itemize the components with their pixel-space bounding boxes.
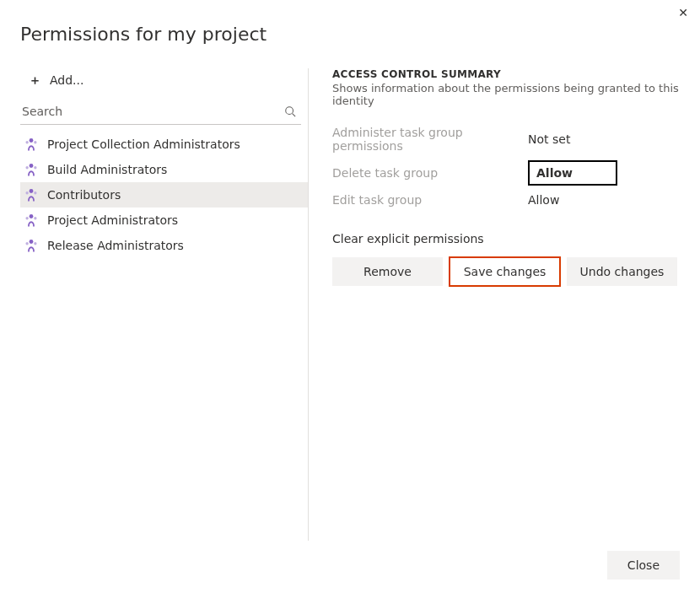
svg-point-14	[30, 240, 34, 244]
svg-point-16	[34, 242, 36, 245]
permission-value[interactable]: Not set	[528, 132, 570, 146]
svg-point-3	[25, 141, 28, 143]
identity-label: Project Collection Administrators	[47, 137, 240, 151]
identity-list: Project Collection Administrators Build …	[20, 132, 308, 258]
save-changes-button[interactable]: Save changes	[450, 257, 560, 286]
summary-panel: ACCESS CONTROL SUMMARY Shows information…	[309, 68, 700, 541]
permission-value[interactable]: Allow	[528, 193, 559, 207]
permission-row: Administer task group permissions Not se…	[332, 126, 680, 153]
svg-point-10	[34, 191, 36, 194]
svg-point-0	[286, 107, 293, 115]
permission-label: Edit task group	[332, 193, 528, 207]
group-icon	[24, 137, 39, 152]
svg-point-6	[25, 166, 28, 169]
dialog-footer: Close	[607, 551, 680, 580]
identity-item-project-collection-administrators[interactable]: Project Collection Administrators	[20, 132, 308, 157]
svg-point-12	[25, 217, 28, 219]
svg-point-15	[25, 242, 28, 245]
search-field[interactable]	[20, 99, 301, 125]
identity-item-contributors[interactable]: Contributors	[20, 182, 308, 208]
permission-value-select[interactable]: Allow	[528, 160, 617, 186]
add-label: Add...	[50, 73, 83, 87]
permissions-table: Administer task group permissions Not se…	[332, 126, 680, 207]
svg-point-5	[30, 164, 34, 168]
identity-item-release-administrators[interactable]: Release Administrators	[20, 233, 308, 258]
plus-icon: ＋	[29, 74, 41, 87]
identity-label: Contributors	[47, 188, 121, 202]
svg-point-4	[34, 141, 36, 143]
clear-explicit-label: Clear explicit permissions	[332, 232, 680, 245]
permission-label: Administer task group permissions	[332, 126, 528, 153]
close-button[interactable]: Close	[607, 551, 680, 580]
svg-point-11	[30, 214, 34, 218]
summary-subtitle: Shows information about the permissions …	[332, 82, 680, 107]
add-button[interactable]: ＋ Add...	[20, 68, 308, 99]
identity-label: Release Administrators	[47, 239, 184, 252]
identity-item-project-administrators[interactable]: Project Administrators	[20, 208, 308, 233]
search-icon	[284, 105, 296, 117]
svg-point-7	[34, 166, 36, 169]
group-icon	[24, 187, 39, 202]
svg-point-2	[30, 138, 34, 143]
svg-point-8	[30, 189, 34, 193]
identity-item-build-administrators[interactable]: Build Administrators	[20, 157, 308, 182]
permission-row: Delete task group Allow	[332, 160, 680, 186]
permission-row: Edit task group Allow	[332, 193, 680, 207]
identity-label: Project Administrators	[47, 213, 178, 227]
close-icon[interactable]: ✕	[678, 7, 688, 19]
svg-line-1	[293, 114, 296, 117]
group-icon	[24, 213, 39, 228]
undo-changes-button[interactable]: Undo changes	[567, 257, 677, 286]
permission-label: Delete task group	[332, 166, 528, 180]
summary-title: ACCESS CONTROL SUMMARY	[332, 68, 680, 80]
search-input[interactable]	[20, 99, 301, 124]
group-icon	[24, 238, 39, 253]
identities-panel: ＋ Add... Project Collection Admin	[20, 68, 309, 541]
dialog-title: Permissions for my project	[0, 0, 700, 68]
identity-label: Build Administrators	[47, 163, 167, 176]
action-buttons: Remove Save changes Undo changes	[332, 257, 680, 286]
remove-button[interactable]: Remove	[332, 257, 443, 286]
group-icon	[24, 162, 39, 177]
svg-point-9	[25, 191, 28, 194]
svg-point-13	[34, 217, 36, 219]
